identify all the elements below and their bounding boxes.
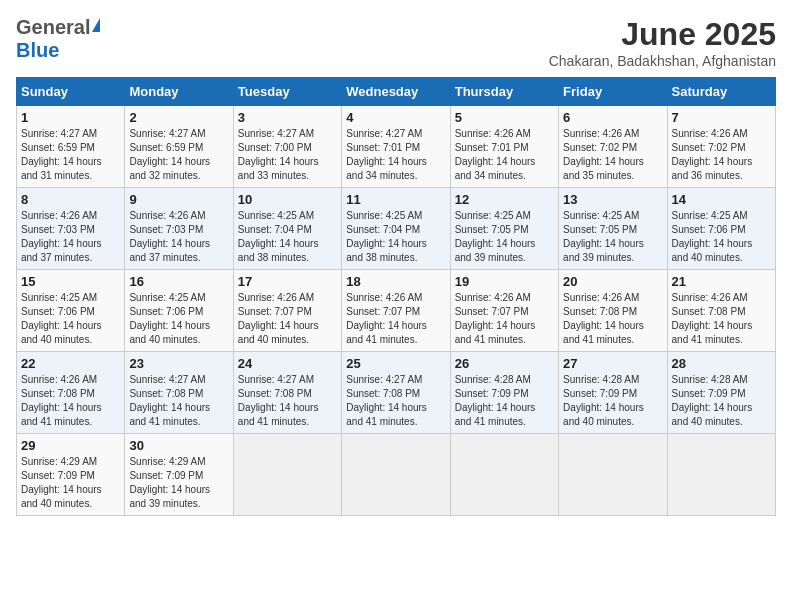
calendar-cell: 21Sunrise: 4:26 AMSunset: 7:08 PMDayligh… xyxy=(667,270,775,352)
calendar-week-row: 8Sunrise: 4:26 AMSunset: 7:03 PMDaylight… xyxy=(17,188,776,270)
daylight-text: Daylight: 14 hours and 40 minutes. xyxy=(563,401,662,429)
daylight-text: Daylight: 14 hours and 39 minutes. xyxy=(563,237,662,265)
calendar-cell xyxy=(667,434,775,516)
calendar-cell: 15Sunrise: 4:25 AMSunset: 7:06 PMDayligh… xyxy=(17,270,125,352)
logo-general: General xyxy=(16,16,90,39)
sunset-text: Sunset: 7:02 PM xyxy=(672,141,771,155)
day-detail: Sunrise: 4:25 AMSunset: 7:05 PMDaylight:… xyxy=(455,209,554,265)
calendar-cell: 1Sunrise: 4:27 AMSunset: 6:59 PMDaylight… xyxy=(17,106,125,188)
day-detail: Sunrise: 4:25 AMSunset: 7:05 PMDaylight:… xyxy=(563,209,662,265)
day-detail: Sunrise: 4:28 AMSunset: 7:09 PMDaylight:… xyxy=(672,373,771,429)
day-number: 3 xyxy=(238,110,337,125)
sunrise-text: Sunrise: 4:26 AM xyxy=(346,291,445,305)
sunrise-text: Sunrise: 4:25 AM xyxy=(563,209,662,223)
day-number: 7 xyxy=(672,110,771,125)
sunset-text: Sunset: 7:08 PM xyxy=(238,387,337,401)
calendar-cell: 6Sunrise: 4:26 AMSunset: 7:02 PMDaylight… xyxy=(559,106,667,188)
calendar-cell xyxy=(342,434,450,516)
daylight-text: Daylight: 14 hours and 41 minutes. xyxy=(129,401,228,429)
weekday-header-friday: Friday xyxy=(559,78,667,106)
calendar-cell: 9Sunrise: 4:26 AMSunset: 7:03 PMDaylight… xyxy=(125,188,233,270)
sunset-text: Sunset: 7:00 PM xyxy=(238,141,337,155)
calendar-cell: 30Sunrise: 4:29 AMSunset: 7:09 PMDayligh… xyxy=(125,434,233,516)
day-number: 26 xyxy=(455,356,554,371)
sunset-text: Sunset: 7:09 PM xyxy=(563,387,662,401)
sunrise-text: Sunrise: 4:26 AM xyxy=(129,209,228,223)
calendar-cell xyxy=(559,434,667,516)
daylight-text: Daylight: 14 hours and 39 minutes. xyxy=(455,237,554,265)
sunset-text: Sunset: 7:06 PM xyxy=(21,305,120,319)
day-number: 18 xyxy=(346,274,445,289)
day-detail: Sunrise: 4:25 AMSunset: 7:04 PMDaylight:… xyxy=(238,209,337,265)
sunset-text: Sunset: 7:08 PM xyxy=(129,387,228,401)
sunrise-text: Sunrise: 4:29 AM xyxy=(21,455,120,469)
sunset-text: Sunset: 7:07 PM xyxy=(238,305,337,319)
sunrise-text: Sunrise: 4:27 AM xyxy=(129,373,228,387)
calendar-cell: 28Sunrise: 4:28 AMSunset: 7:09 PMDayligh… xyxy=(667,352,775,434)
daylight-text: Daylight: 14 hours and 37 minutes. xyxy=(129,237,228,265)
calendar-week-row: 15Sunrise: 4:25 AMSunset: 7:06 PMDayligh… xyxy=(17,270,776,352)
day-number: 15 xyxy=(21,274,120,289)
calendar-cell: 5Sunrise: 4:26 AMSunset: 7:01 PMDaylight… xyxy=(450,106,558,188)
calendar-cell: 29Sunrise: 4:29 AMSunset: 7:09 PMDayligh… xyxy=(17,434,125,516)
day-number: 24 xyxy=(238,356,337,371)
calendar-cell: 16Sunrise: 4:25 AMSunset: 7:06 PMDayligh… xyxy=(125,270,233,352)
day-number: 9 xyxy=(129,192,228,207)
day-detail: Sunrise: 4:27 AMSunset: 7:00 PMDaylight:… xyxy=(238,127,337,183)
day-detail: Sunrise: 4:25 AMSunset: 7:04 PMDaylight:… xyxy=(346,209,445,265)
day-number: 5 xyxy=(455,110,554,125)
day-number: 22 xyxy=(21,356,120,371)
daylight-text: Daylight: 14 hours and 39 minutes. xyxy=(129,483,228,511)
daylight-text: Daylight: 14 hours and 40 minutes. xyxy=(672,401,771,429)
daylight-text: Daylight: 14 hours and 40 minutes. xyxy=(238,319,337,347)
sunset-text: Sunset: 7:01 PM xyxy=(346,141,445,155)
sunrise-text: Sunrise: 4:29 AM xyxy=(129,455,228,469)
sunset-text: Sunset: 7:04 PM xyxy=(346,223,445,237)
day-detail: Sunrise: 4:26 AMSunset: 7:08 PMDaylight:… xyxy=(21,373,120,429)
day-detail: Sunrise: 4:25 AMSunset: 7:06 PMDaylight:… xyxy=(21,291,120,347)
sunset-text: Sunset: 7:03 PM xyxy=(129,223,228,237)
day-detail: Sunrise: 4:26 AMSunset: 7:08 PMDaylight:… xyxy=(672,291,771,347)
day-detail: Sunrise: 4:26 AMSunset: 7:03 PMDaylight:… xyxy=(129,209,228,265)
calendar-cell: 27Sunrise: 4:28 AMSunset: 7:09 PMDayligh… xyxy=(559,352,667,434)
day-number: 4 xyxy=(346,110,445,125)
sunset-text: Sunset: 7:08 PM xyxy=(672,305,771,319)
calendar-cell: 13Sunrise: 4:25 AMSunset: 7:05 PMDayligh… xyxy=(559,188,667,270)
calendar-week-row: 29Sunrise: 4:29 AMSunset: 7:09 PMDayligh… xyxy=(17,434,776,516)
sunrise-text: Sunrise: 4:26 AM xyxy=(563,291,662,305)
calendar-cell: 3Sunrise: 4:27 AMSunset: 7:00 PMDaylight… xyxy=(233,106,341,188)
day-detail: Sunrise: 4:26 AMSunset: 7:07 PMDaylight:… xyxy=(238,291,337,347)
day-number: 14 xyxy=(672,192,771,207)
daylight-text: Daylight: 14 hours and 37 minutes. xyxy=(21,237,120,265)
calendar-cell: 23Sunrise: 4:27 AMSunset: 7:08 PMDayligh… xyxy=(125,352,233,434)
location-subtitle: Chakaran, Badakhshan, Afghanistan xyxy=(549,53,776,69)
calendar-cell: 7Sunrise: 4:26 AMSunset: 7:02 PMDaylight… xyxy=(667,106,775,188)
sunrise-text: Sunrise: 4:26 AM xyxy=(672,127,771,141)
calendar-cell: 25Sunrise: 4:27 AMSunset: 7:08 PMDayligh… xyxy=(342,352,450,434)
sunrise-text: Sunrise: 4:26 AM xyxy=(238,291,337,305)
day-detail: Sunrise: 4:25 AMSunset: 7:06 PMDaylight:… xyxy=(672,209,771,265)
weekday-header-tuesday: Tuesday xyxy=(233,78,341,106)
sunrise-text: Sunrise: 4:25 AM xyxy=(672,209,771,223)
sunset-text: Sunset: 7:06 PM xyxy=(672,223,771,237)
sunset-text: Sunset: 7:07 PM xyxy=(455,305,554,319)
day-detail: Sunrise: 4:26 AMSunset: 7:01 PMDaylight:… xyxy=(455,127,554,183)
day-number: 30 xyxy=(129,438,228,453)
day-number: 12 xyxy=(455,192,554,207)
calendar-cell: 10Sunrise: 4:25 AMSunset: 7:04 PMDayligh… xyxy=(233,188,341,270)
calendar-cell: 17Sunrise: 4:26 AMSunset: 7:07 PMDayligh… xyxy=(233,270,341,352)
day-number: 1 xyxy=(21,110,120,125)
calendar-week-row: 22Sunrise: 4:26 AMSunset: 7:08 PMDayligh… xyxy=(17,352,776,434)
sunset-text: Sunset: 7:05 PM xyxy=(563,223,662,237)
weekday-header-saturday: Saturday xyxy=(667,78,775,106)
title-area: June 2025 Chakaran, Badakhshan, Afghanis… xyxy=(549,16,776,69)
logo-blue: Blue xyxy=(16,39,59,61)
day-number: 17 xyxy=(238,274,337,289)
day-number: 6 xyxy=(563,110,662,125)
calendar-cell xyxy=(233,434,341,516)
day-number: 29 xyxy=(21,438,120,453)
weekday-header-monday: Monday xyxy=(125,78,233,106)
day-detail: Sunrise: 4:28 AMSunset: 7:09 PMDaylight:… xyxy=(455,373,554,429)
calendar-table: SundayMondayTuesdayWednesdayThursdayFrid… xyxy=(16,77,776,516)
day-detail: Sunrise: 4:27 AMSunset: 7:08 PMDaylight:… xyxy=(346,373,445,429)
